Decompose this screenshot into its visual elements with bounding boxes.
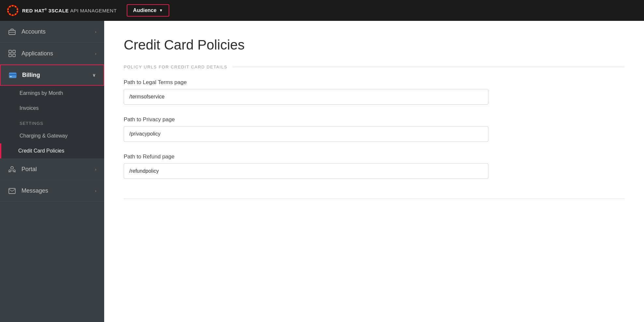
bottom-divider bbox=[124, 198, 624, 199]
portal-icon bbox=[8, 166, 16, 173]
messages-icon bbox=[8, 188, 16, 194]
section-label: POLICY URLS FOR CREDIT CARD DETAILS bbox=[124, 65, 624, 69]
sidebar-item-applications[interactable]: Applications › bbox=[0, 43, 104, 65]
main-content: Credit Card Policies POLICY URLS FOR CRE… bbox=[104, 21, 644, 322]
audience-label: Audience bbox=[133, 7, 157, 13]
svg-point-9 bbox=[7, 11, 9, 12]
privacy-field-group: Path to Privacy page bbox=[124, 116, 624, 142]
billing-submenu: Earnings by Month Invoices Settings Char… bbox=[0, 86, 104, 158]
sidebar-item-credit-card-policies[interactable]: Credit Card Policies bbox=[0, 143, 104, 158]
brand: RED HAT® 3SCALE API MANAGEMENT bbox=[7, 4, 117, 17]
svg-point-2 bbox=[12, 5, 14, 7]
svg-point-10 bbox=[7, 8, 9, 10]
applications-icon bbox=[8, 50, 16, 57]
svg-point-5 bbox=[17, 11, 18, 12]
legal-terms-label: Path to Legal Terms page bbox=[124, 79, 624, 86]
svg-rect-14 bbox=[9, 50, 11, 53]
redhat-logo bbox=[7, 4, 19, 17]
settings-section-label: Settings bbox=[0, 116, 104, 128]
svg-rect-19 bbox=[9, 74, 16, 75]
main-layout: Accounts › Applications › bbox=[0, 21, 644, 322]
brand-name: RED HAT® 3SCALE API MANAGEMENT bbox=[22, 8, 117, 13]
svg-point-21 bbox=[11, 167, 13, 169]
refund-label: Path to Refund page bbox=[124, 154, 624, 160]
applications-chevron-icon: › bbox=[95, 51, 96, 56]
messages-label: Messages bbox=[21, 187, 48, 194]
svg-rect-16 bbox=[9, 54, 11, 57]
svg-point-7 bbox=[12, 14, 14, 16]
sidebar-item-charging-gateway[interactable]: Charging & Gateway bbox=[0, 128, 104, 143]
svg-point-4 bbox=[17, 8, 18, 10]
svg-rect-17 bbox=[13, 54, 15, 57]
billing-icon bbox=[8, 72, 17, 78]
top-nav: RED HAT® 3SCALE API MANAGEMENT Audience … bbox=[0, 0, 644, 21]
svg-point-8 bbox=[9, 13, 11, 15]
page-title: Credit Card Policies bbox=[124, 37, 624, 53]
legal-terms-input[interactable] bbox=[124, 89, 488, 105]
billing-chevron-icon: ∨ bbox=[92, 73, 96, 78]
svg-point-6 bbox=[15, 13, 16, 15]
legal-terms-field-group: Path to Legal Terms page bbox=[124, 79, 624, 105]
sidebar-item-billing[interactable]: Billing ∨ bbox=[0, 65, 104, 86]
audience-chevron-icon: ▼ bbox=[159, 8, 163, 13]
accounts-chevron-icon: › bbox=[95, 29, 96, 34]
briefcase-icon bbox=[8, 28, 16, 35]
sidebar-item-accounts[interactable]: Accounts › bbox=[0, 21, 104, 43]
svg-rect-15 bbox=[13, 50, 15, 53]
applications-label: Applications bbox=[21, 50, 53, 57]
svg-rect-24 bbox=[9, 188, 15, 194]
accounts-label: Accounts bbox=[21, 28, 46, 35]
audience-button[interactable]: Audience ▼ bbox=[127, 4, 170, 17]
privacy-input[interactable] bbox=[124, 126, 488, 142]
sidebar-item-earnings-by-month[interactable]: Earnings by Month bbox=[0, 86, 104, 101]
privacy-label: Path to Privacy page bbox=[124, 116, 624, 123]
sidebar: Accounts › Applications › bbox=[0, 21, 104, 322]
billing-label: Billing bbox=[22, 72, 40, 79]
refund-field-group: Path to Refund page bbox=[124, 154, 624, 179]
sidebar-item-messages[interactable]: Messages › bbox=[0, 180, 104, 202]
svg-rect-20 bbox=[10, 76, 12, 77]
portal-label: Portal bbox=[21, 166, 37, 173]
portal-chevron-icon: › bbox=[95, 167, 96, 172]
refund-input[interactable] bbox=[124, 163, 488, 179]
sidebar-item-portal[interactable]: Portal › bbox=[0, 158, 104, 180]
svg-point-11 bbox=[9, 6, 11, 7]
messages-chevron-icon: › bbox=[95, 188, 96, 193]
svg-point-3 bbox=[15, 6, 16, 7]
sidebar-item-invoices[interactable]: Invoices bbox=[0, 101, 104, 116]
